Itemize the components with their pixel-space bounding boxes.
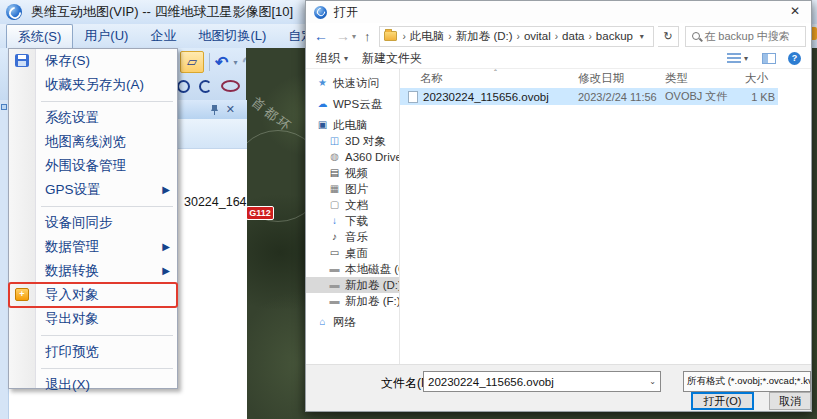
sidebar-item-icon [328,197,341,213]
menubar-item[interactable]: 企业 [139,24,187,48]
format-select[interactable]: 所有格式 (*.ovobj;*.ovcad;*.kv ⌄ [683,371,811,392]
sidebar-item[interactable]: 此电脑 [306,117,399,133]
menu-item[interactable]: 系统设置 [9,106,177,130]
menu-item[interactable]: 导入对象 [9,283,177,307]
sidebar-item[interactable]: 文档 [306,197,399,213]
dialog-title: 打开 [334,4,358,21]
up-icon[interactable]: ↑ [364,29,371,44]
breadcrumb-segment[interactable]: 此电脑 [410,29,445,44]
sidebar-item-label: 新加卷 (F:) [345,293,400,309]
view-mode-dropdown-icon[interactable]: ▾ [744,54,748,63]
sidebar-item-icon [328,213,341,229]
menu-item[interactable]: GPS设置 ▶ [9,178,177,202]
menu-item[interactable]: 收藏夹另存为(A) [9,73,177,97]
undo-icon[interactable]: ↶ [215,53,228,72]
sort-caret-icon: ˆ [494,68,497,78]
file-size: 1 KB [733,91,781,103]
breadcrumb-dropdown-icon[interactable]: ▾ [640,32,644,41]
menu-item[interactable]: 地图离线浏览 [9,130,177,154]
draw-circle-tool-icon[interactable] [177,80,190,93]
menu-item[interactable]: 打印预览 [9,340,177,364]
back-icon[interactable]: ← [314,28,328,44]
menubar-item[interactable]: 地图切换(L) [187,24,277,48]
column-header-name[interactable]: 名称 ˆ [408,71,566,86]
refresh-icon[interactable]: ↻ [658,26,679,47]
help-icon[interactable]: ? [788,52,801,65]
menu-item[interactable]: 保存(S) [9,49,177,73]
menubar-item[interactable]: 用户(U) [73,24,139,48]
pin-icon[interactable] [210,104,219,115]
panel-close-icon[interactable]: ✕ [226,104,235,115]
cancel-button[interactable]: 取消 [769,392,811,410]
new-folder-button[interactable]: 新建文件夹 [362,50,422,67]
filename-input[interactable] [428,376,647,388]
file-date: 2023/2/24 11:56 [566,91,653,103]
breadcrumb[interactable]: › 此电脑 › 新加卷 (D:) › ovital › data › backu… [379,26,654,47]
menu-item-label: 数据管理 [45,239,99,254]
view-mode-icon[interactable] [727,53,741,64]
sidebar-item[interactable]: 新加卷 (D:) [306,277,399,293]
breadcrumb-segment[interactable]: data [562,30,584,42]
sidebar-item-label: 下载 [345,213,368,229]
sidebar-item[interactable]: 音乐 [306,229,399,245]
sidebar-item[interactable]: 视频 [306,165,399,181]
breadcrumb-segment[interactable]: ovital [524,30,551,42]
sidebar-item[interactable]: 快速访问 [306,75,399,91]
dialog-close-icon[interactable]: ✕ [779,1,811,23]
submenu-arrow-icon: ▶ [162,178,170,202]
file-row[interactable]: 20230224_115656.ovobj 2023/2/24 11:56 OV… [400,88,778,105]
select-tool-button[interactable]: ▱ [180,51,204,73]
submenu-arrow-icon: ▶ [162,259,170,283]
sidebar-item-icon [328,277,341,293]
sidebar-item[interactable]: 桌面 [306,245,399,261]
dock-panel-icon [1,104,7,110]
column-header-size[interactable]: 大小 [733,71,781,86]
menu-item[interactable]: 导出对象 [9,307,177,331]
sidebar-item[interactable]: 下载 [306,213,399,229]
history-dropdown-icon[interactable]: ▾ [352,32,356,41]
sidebar-item[interactable]: 3D 对象 [306,133,399,149]
menu-item-label: 数据转换 [45,263,99,278]
sidebar-item[interactable]: WPS云盘 [306,96,399,112]
sidebar-item-icon [328,229,341,245]
breadcrumb-segment[interactable]: 新加卷 (D:) [456,29,513,44]
search-box[interactable] [685,26,806,47]
menubar-item[interactable]: 系统(S) [6,24,73,48]
filename-combo[interactable]: ⌄ [423,371,661,392]
search-input[interactable] [704,30,801,42]
menu-item[interactable]: 数据转换 ▶ [9,259,177,283]
sidebar-item-icon [328,261,341,277]
menu-item-label: 导出对象 [45,311,99,326]
sidebar-item-label: 新加卷 (D:) [345,277,400,293]
organize-button[interactable]: 组织 [316,50,340,67]
filename-dropdown-icon[interactable]: ⌄ [649,377,656,386]
forward-icon[interactable]: → [336,28,350,44]
sidebar-item-icon [328,133,341,149]
draw-arc-tool-icon[interactable] [199,80,212,93]
column-header-type[interactable]: 类型 [653,71,733,86]
dialog-titlebar[interactable]: 打开 ✕ [306,1,811,23]
sidebar-item[interactable]: 网络 [306,314,399,330]
sidebar-item[interactable]: 本地磁盘 (C:) [306,261,399,277]
open-button[interactable]: 打开(O) [691,392,754,410]
menu-item[interactable]: 外围设备管理 [9,154,177,178]
organize-dropdown-icon[interactable]: ▾ [344,54,348,63]
format-value: 所有格式 (*.ovobj;*.ovcad;*.kv [687,375,811,388]
menu-item[interactable]: 设备间同步 [9,211,177,235]
menu-separator [9,202,177,211]
menu-item[interactable]: 退出(X) [9,373,177,397]
sidebar-item[interactable]: 新加卷 (F:) [306,293,399,309]
favorites-item-label[interactable]: 30224_164 [184,195,247,209]
draw-ellipse-tool-icon[interactable] [221,80,240,92]
preview-pane-icon[interactable] [762,53,776,64]
sidebar-item[interactable]: A360 Drive [306,149,399,165]
sidebar-item[interactable]: 图片 [306,181,399,197]
breadcrumb-segment[interactable]: backup [596,30,633,42]
column-header-date[interactable]: 修改日期 [566,71,653,86]
sidebar-item-label: 视频 [345,165,368,181]
dialog-footer: 文件名(N): ⌄ 所有格式 (*.ovobj;*.ovcad;*.kv ⌄ 打… [306,364,811,411]
menu-separator [9,331,177,340]
undo-dropdown-icon[interactable]: ▾ [233,58,237,67]
menu-item[interactable]: 数据管理 ▶ [9,235,177,259]
sidebar-item-icon [316,314,329,330]
